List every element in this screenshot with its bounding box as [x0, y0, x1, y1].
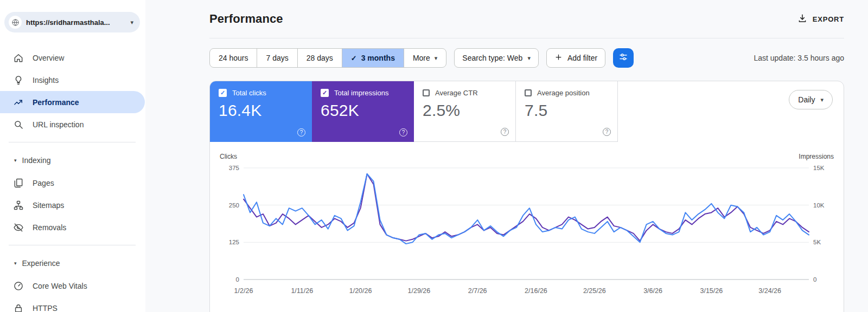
help-icon[interactable]: ? — [297, 128, 305, 136]
range-more-menu[interactable]: More ▾ — [404, 49, 446, 67]
section-label: Experience — [22, 259, 60, 268]
sidebar-item-sitemaps[interactable]: Sitemaps — [0, 194, 145, 216]
sidebar-nav: Overview Insights Performance URL inspec… — [0, 47, 145, 135]
trending-up-icon — [13, 97, 24, 108]
range-label: More — [413, 54, 430, 62]
sidebar-item-label: Sitemaps — [33, 201, 64, 210]
metric-card-average-position[interactable]: Average position 7.5 ? — [516, 81, 618, 142]
sidebar-item-core-web-vitals[interactable]: Core Web Vitals — [0, 275, 145, 297]
svg-text:2/25/26: 2/25/26 — [583, 287, 606, 295]
help-icon[interactable]: ? — [501, 128, 509, 136]
svg-text:2/16/26: 2/16/26 — [525, 287, 547, 295]
check-icon: ✓ — [322, 90, 327, 96]
sidebar-item-insights[interactable]: Insights — [0, 69, 145, 91]
range-3-months-selected[interactable]: ✓ 3 months — [342, 49, 404, 67]
chevron-down-icon: ▾ — [435, 55, 438, 61]
triangle-down-icon: ▾ — [14, 261, 17, 266]
range-28-days[interactable]: 28 days — [297, 49, 342, 67]
sidebar-item-url-inspection[interactable]: URL inspection — [0, 113, 145, 135]
granularity-area: Daily ▾ — [618, 81, 844, 142]
add-filter-label: Add filter — [567, 54, 597, 62]
right-axis-title: Impressions — [799, 153, 834, 160]
export-button[interactable]: EXPORT — [797, 14, 844, 25]
sidebar-section-indexing[interactable]: ▾ Indexing — [0, 149, 145, 172]
metric-card-total-impressions[interactable]: ✓ Total impressions 652K ? — [312, 81, 414, 142]
metric-value: 652K — [321, 101, 405, 120]
sidebar-item-label: Pages — [33, 179, 54, 187]
metric-card-header: Average position — [525, 89, 609, 97]
performance-chart[interactable]: 001255K25010K37515K1/2/261/11/261/20/261… — [219, 161, 835, 296]
performance-panel: ✓ Total clicks 16.4K ? ✓ Total impressio… — [209, 81, 844, 312]
checkbox-unchecked-icon[interactable] — [423, 89, 430, 96]
checkbox-checked-icon[interactable]: ✓ — [321, 89, 329, 97]
globe-icon — [9, 16, 22, 29]
svg-text:250: 250 — [229, 202, 239, 209]
sidebar-item-label: HTTPS — [33, 304, 58, 312]
app: https://sridharmasthala... ▾ Overview In… — [0, 0, 868, 312]
home-icon — [13, 53, 24, 63]
sidebar-item-label: URL inspection — [33, 120, 84, 129]
sidebar-item-label: Insights — [33, 76, 59, 84]
metric-card-header: ✓ Total impressions — [321, 89, 405, 97]
date-range-segmented-control: 24 hours 7 days 28 days ✓ 3 months More … — [209, 48, 446, 68]
sidebar: https://sridharmasthala... ▾ Overview In… — [0, 0, 145, 312]
help-icon[interactable]: ? — [603, 128, 611, 136]
range-label: 7 days — [266, 54, 288, 62]
range-7-days[interactable]: 7 days — [257, 49, 297, 67]
lock-icon — [13, 303, 24, 312]
metric-label: Average CTR — [435, 89, 478, 97]
sidebar-item-performance[interactable]: Performance — [0, 91, 145, 113]
page-title: Performance — [209, 12, 283, 26]
help-icon[interactable]: ? — [399, 128, 407, 136]
checkbox-checked-icon[interactable]: ✓ — [219, 89, 227, 97]
svg-text:0: 0 — [813, 276, 816, 283]
sidebar-item-label: Removals — [33, 223, 66, 232]
svg-text:15K: 15K — [813, 165, 825, 171]
search-icon — [13, 119, 24, 130]
metric-card-total-clicks[interactable]: ✓ Total clicks 16.4K ? — [210, 81, 312, 142]
lightbulb-icon — [13, 75, 24, 86]
chart-section: Clicks Impressions 001255K25010K37515K1/… — [210, 142, 844, 298]
granularity-label: Daily — [798, 95, 815, 104]
sitemap-icon — [13, 200, 24, 211]
chevron-down-icon: ▾ — [527, 55, 531, 61]
chevron-down-icon: ▾ — [130, 20, 133, 25]
svg-text:5K: 5K — [813, 239, 821, 245]
plus-icon — [554, 53, 563, 63]
filter-settings-button[interactable] — [613, 48, 634, 68]
gauge-icon — [13, 281, 24, 291]
metric-card-average-ctr[interactable]: Average CTR 2.5% ? — [414, 81, 516, 142]
range-label: 3 months — [361, 54, 395, 62]
property-selector[interactable]: https://sridharmasthala... ▾ — [4, 12, 140, 32]
checkbox-unchecked-icon[interactable] — [525, 89, 532, 96]
sidebar-item-label: Overview — [33, 54, 64, 62]
svg-text:1/20/26: 1/20/26 — [349, 287, 372, 295]
search-type-dropdown[interactable]: Search type: Web ▾ — [454, 48, 539, 68]
svg-text:1/29/26: 1/29/26 — [408, 287, 431, 295]
svg-text:3/24/26: 3/24/26 — [758, 287, 781, 295]
section-label: Indexing — [22, 156, 51, 165]
export-label: EXPORT — [813, 15, 844, 23]
sidebar-divider — [9, 142, 136, 142]
metric-card-header: Average CTR — [423, 89, 507, 97]
metric-value: 2.5% — [423, 101, 507, 120]
add-filter-button[interactable]: Add filter — [546, 48, 605, 68]
sidebar-section-experience[interactable]: ▾ Experience — [0, 252, 145, 275]
range-24-hours[interactable]: 24 hours — [210, 49, 257, 67]
sidebar-item-label: Performance — [33, 98, 79, 107]
svg-text:125: 125 — [229, 239, 239, 245]
sidebar-item-removals[interactable]: Removals — [0, 216, 145, 238]
svg-text:375: 375 — [229, 165, 239, 171]
page-header: Performance EXPORT — [209, 0, 844, 38]
metric-card-header: ✓ Total clicks — [219, 89, 303, 97]
sidebar-divider — [9, 245, 136, 245]
sidebar-item-pages[interactable]: Pages — [0, 172, 145, 194]
svg-text:10K: 10K — [813, 202, 825, 209]
sidebar-item-overview[interactable]: Overview — [0, 47, 145, 69]
sidebar-item-https[interactable]: HTTPS — [0, 297, 145, 312]
check-icon: ✓ — [220, 90, 225, 96]
metric-label: Total clicks — [232, 89, 266, 97]
svg-text:3/15/26: 3/15/26 — [700, 287, 723, 295]
granularity-dropdown[interactable]: Daily ▾ — [789, 90, 833, 109]
metric-value: 7.5 — [525, 101, 609, 120]
